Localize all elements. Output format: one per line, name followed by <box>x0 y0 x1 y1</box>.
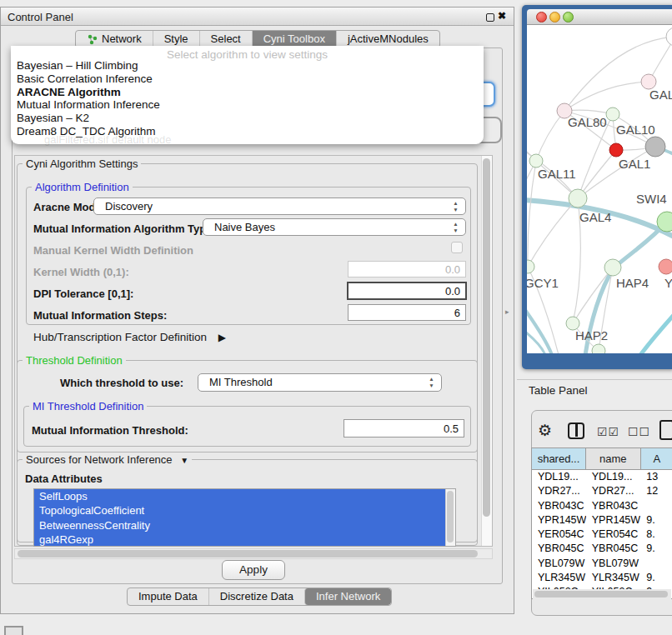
algorithm-option[interactable]: Mutual Information Inference <box>11 98 484 112</box>
control-panel-title: Control Panel <box>8 11 73 23</box>
data-attribute-item[interactable]: TopologicalCoefficient <box>34 503 455 518</box>
node-label-gcy1: GCY1 <box>527 276 559 290</box>
algorithm-dropdown-list: Select algorithm to view settings Bayesi… <box>11 46 484 144</box>
close-icon[interactable]: ✖ <box>498 10 506 22</box>
mi-threshold-input[interactable] <box>344 419 464 438</box>
control-panel-titlebar <box>1 8 514 26</box>
table-cell: 9. <box>640 513 672 528</box>
algorithm-option[interactable]: Basic Correlation Inference <box>11 72 484 86</box>
select-all-icon[interactable]: ☑☑ <box>597 425 619 438</box>
show-columns-icon[interactable] <box>568 422 584 439</box>
which-threshold-value: MI Threshold <box>209 376 273 388</box>
node-gcy1[interactable] <box>527 260 534 273</box>
node-label-gal1: GAL1 <box>619 157 650 171</box>
tab-label: Network <box>102 31 142 48</box>
tab-jactivemnodules[interactable]: jActiveMNodules <box>336 31 439 48</box>
tab-select[interactable]: Select <box>199 31 252 48</box>
tab-cyni-toolbox[interactable]: Cyni Toolbox <box>252 31 336 48</box>
close-traffic-light-icon[interactable] <box>536 12 547 22</box>
table-cell <box>640 557 672 571</box>
table-row[interactable]: YDL19...YDL19...13 <box>532 470 672 484</box>
node-hap4[interactable] <box>604 259 621 276</box>
tab-network[interactable]: Network <box>76 31 153 48</box>
tab-impute-data[interactable]: Impute Data <box>128 588 208 605</box>
tab-label: Select <box>211 31 241 48</box>
table-cell: YER054C <box>586 528 641 542</box>
table-horizontal-scrollbar-thumb[interactable] <box>534 591 668 598</box>
threshold-definition-title: Threshold Definition <box>23 354 126 367</box>
mi-steps-input[interactable] <box>348 304 466 321</box>
network-edge <box>640 315 672 353</box>
table-row[interactable]: YBL079WYBL079W <box>532 557 672 571</box>
data-attributes-list[interactable]: SelfLoopsTopologicalCoefficientBetweenne… <box>33 488 456 547</box>
node-gal10[interactable] <box>606 108 619 121</box>
tab-infer-network[interactable]: Infer Network <box>304 588 391 605</box>
vertical-scrollbar-thumb[interactable] <box>483 158 490 517</box>
table-row[interactable]: YBR045CYBR045C9. <box>532 542 672 556</box>
gear-icon[interactable]: ⚙ <box>538 421 552 440</box>
node-top-partial[interactable] <box>666 28 672 46</box>
table-cell: YLR345W <box>586 571 641 585</box>
data-attribute-item[interactable]: BetweennessCentrality <box>34 518 455 532</box>
table-panel-title: Table Panel <box>529 384 588 397</box>
table-row[interactable]: YDR27...YDR27...12 <box>532 484 672 498</box>
column-header-a[interactable]: A <box>641 448 672 470</box>
tab-discretize-data[interactable]: Discretize Data <box>208 588 304 605</box>
table-cell: 12 <box>640 484 672 498</box>
node-gal1[interactable] <box>609 143 623 157</box>
apply-button[interactable]: Apply <box>222 560 285 580</box>
network-edge <box>528 198 578 267</box>
column-header-name[interactable]: name <box>586 448 641 470</box>
deselect-all-icon[interactable]: ☐☐ <box>628 425 650 438</box>
column-header-shared[interactable]: shared... <box>532 448 586 470</box>
algorithm-option[interactable]: Bayesian – K2 <box>11 112 484 125</box>
table-row[interactable]: YBR043CYBR043C <box>532 499 672 513</box>
algorithm-option[interactable]: ARACNE Algorithm <box>11 86 484 99</box>
algorithm-definition-title: Algorithm Definition <box>32 181 133 193</box>
list-scrollbar[interactable] <box>445 489 455 546</box>
mi-steps-label: Mutual Information Steps: <box>33 309 167 322</box>
minimize-traffic-light-icon[interactable] <box>549 12 560 22</box>
tab-style[interactable]: Style <box>153 31 199 48</box>
minimized-panel-icon[interactable] <box>4 626 23 635</box>
zoom-traffic-light-icon[interactable] <box>563 12 574 22</box>
which-threshold-select[interactable]: MI Threshold ▲▼ <box>198 373 442 392</box>
sources-group-title[interactable]: Sources for Network Inference ▼ <box>23 453 192 466</box>
network-graph: GALGAL80GAL10GAL1GAL11GAL4SWI4GCY1HAP4YH… <box>527 25 672 353</box>
which-threshold-label: Which threshold to use: <box>60 377 183 389</box>
aracne-mode-select[interactable]: Discovery ▲▼ <box>93 198 466 215</box>
table-cell: YBL079W <box>586 557 641 571</box>
list-scrollbar-thumb[interactable] <box>447 491 454 542</box>
network-view[interactable]: GALGAL80GAL10GAL1GAL11GAL4SWI4GCY1HAP4YH… <box>527 25 672 353</box>
manual-kernel-width-checkbox[interactable] <box>451 242 463 253</box>
dpi-tolerance-input[interactable] <box>347 282 467 300</box>
algorithm-option[interactable]: Bayesian – Hill Climbing <box>11 59 484 72</box>
data-attribute-item[interactable]: SelfLoops <box>34 489 455 503</box>
node-label-gal11: GAL11 <box>538 167 576 181</box>
hub-definition-toggle[interactable]: Hub/Transcription Factor Definition ▶ <box>33 331 226 343</box>
node-bottom-partial[interactable] <box>592 344 605 353</box>
node-salmon[interactable] <box>659 259 672 274</box>
sources-title-label: Sources for Network Inference <box>26 453 173 466</box>
network-edge <box>564 82 649 111</box>
mi-algorithm-type-select[interactable]: Naive Bayes ▲▼ <box>203 218 466 236</box>
kernel-width-label: Kernel Width (0,1): <box>33 266 129 278</box>
table-row[interactable]: YLR345WYLR345W9. <box>532 571 672 585</box>
float-window-icon[interactable] <box>486 13 494 22</box>
table-cell: YBL079W <box>532 557 586 571</box>
table-cell: 9. <box>640 571 672 585</box>
mi-threshold-group-title: MI Threshold Definition <box>29 400 147 412</box>
new-column-icon[interactable] <box>659 420 672 440</box>
table-cell: YLR345W <box>532 571 586 585</box>
horizontal-scrollbar-thumb[interactable] <box>18 550 478 558</box>
data-attribute-item[interactable]: gal4RGexp <box>34 532 455 547</box>
table-row[interactable]: YPR145WYPR145W9. <box>532 513 672 528</box>
kernel-width-input[interactable] <box>348 261 466 278</box>
ghost-combo-text: galFiltered.sif default node <box>44 133 171 146</box>
dpi-tolerance-label: DPI Tolerance [0,1]: <box>33 288 133 300</box>
node-gray[interactable] <box>645 137 665 157</box>
dropdown-prompt: Select algorithm to view settings <box>11 46 484 59</box>
node-gal11[interactable] <box>529 154 543 168</box>
table-row[interactable]: YER054CYER054C8. <box>532 528 672 542</box>
node-gal4[interactable] <box>569 189 587 208</box>
